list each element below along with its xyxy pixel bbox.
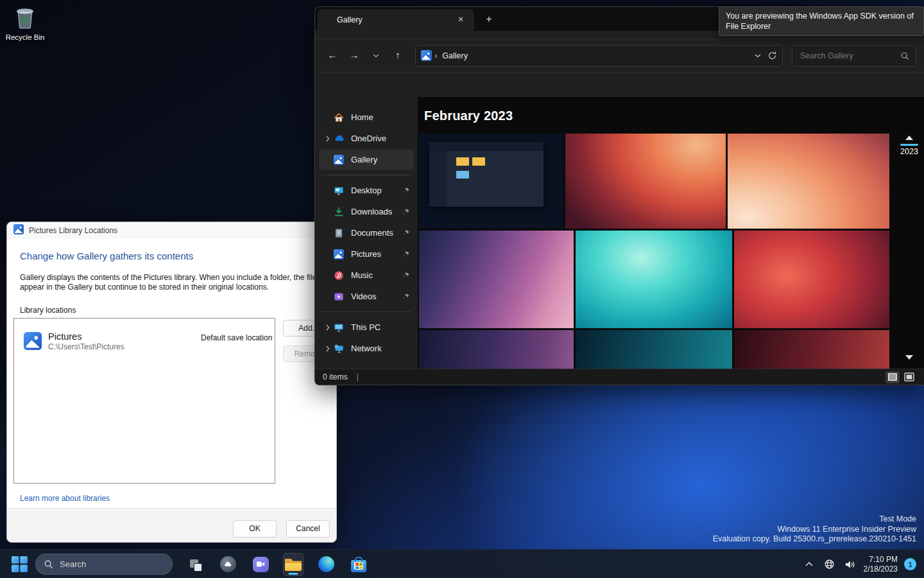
start-button[interactable]: [12, 556, 28, 572]
dialog-description: Gallery displays the contents of the Pic…: [20, 273, 321, 292]
file-explorer-window: Gallery × + New So: [314, 6, 924, 385]
build-watermark: Test Mode Windows 11 Enterprise Insider …: [713, 514, 916, 545]
file-explorer-button[interactable]: [283, 553, 304, 576]
sidebar-divider: [321, 175, 411, 175]
widgets-button[interactable]: [218, 553, 238, 576]
chevron-right-icon[interactable]: [323, 324, 333, 331]
sidebar-item-desktop[interactable]: Desktop: [319, 180, 414, 200]
dialog-heading: Change how Gallery gathers its contents: [20, 250, 193, 261]
task-view-icon: [187, 557, 203, 572]
status-bar: 0 items |: [315, 369, 924, 385]
navigation-pane: Home OneDrive Gallery Desktop: [315, 97, 418, 369]
edge-icon: [318, 556, 334, 572]
photo-thumbnail[interactable]: [728, 134, 889, 229]
pictures-library-locations-dialog: Pictures Library Locations Change how Ga…: [6, 222, 337, 543]
chevron-right-icon[interactable]: [323, 136, 333, 142]
clock[interactable]: 7:10 PM 2/18/2023: [864, 555, 898, 574]
sidebar-item-music[interactable]: Music: [319, 265, 414, 285]
breadcrumb-gallery[interactable]: Gallery: [442, 51, 468, 60]
list-item[interactable]: Pictures C:\Users\Test\Pictures Default …: [15, 325, 274, 357]
chat-icon: [253, 557, 269, 572]
photo-thumbnail[interactable]: [576, 330, 732, 369]
speaker-icon: [844, 560, 856, 569]
sidebar-item-label: Music: [351, 270, 373, 280]
sidebar-item-label: Network: [351, 344, 382, 353]
sidebar-item-pictures[interactable]: Pictures: [319, 244, 414, 264]
time-label: 7:10 PM: [864, 555, 898, 565]
scroll-year-label: 2023: [900, 147, 919, 156]
hidden-icons-button[interactable]: [802, 557, 816, 572]
details-view-toggle[interactable]: [886, 371, 900, 383]
recycle-bin[interactable]: Recycle Bin: [4, 5, 46, 41]
screenshot-mini-window: [429, 142, 543, 207]
recent-locations-button[interactable]: [366, 46, 386, 66]
photo-thumbnail[interactable]: [419, 231, 574, 328]
chevron-right-icon[interactable]: [323, 346, 333, 352]
recycle-bin-label: Recycle Bin: [4, 33, 46, 41]
sidebar-item-documents[interactable]: Documents: [319, 223, 414, 243]
address-bar[interactable]: › Gallery: [415, 45, 783, 67]
sidebar-item-home[interactable]: Home: [319, 107, 414, 127]
scroll-down-icon[interactable]: [905, 355, 913, 360]
gallery-content: February 2023 2023: [418, 97, 924, 369]
photo-thumbnail[interactable]: [734, 330, 889, 369]
address-dropdown-icon[interactable]: [755, 54, 761, 58]
learn-more-link[interactable]: Learn more about libraries: [20, 494, 110, 503]
build-line: Evaluation copy. Build 25300.rs_prerelea…: [713, 534, 916, 545]
taskbar-search[interactable]: Search: [35, 554, 173, 575]
library-locations-list[interactable]: Pictures C:\Users\Test\Pictures Default …: [13, 318, 275, 484]
gallery-icon: [421, 50, 432, 61]
task-view-button[interactable]: [185, 553, 205, 576]
sidebar-item-network[interactable]: Network: [319, 338, 414, 358]
pictures-icon: [13, 224, 24, 237]
network-tray-icon[interactable]: [823, 557, 837, 572]
timeline-scrollbar[interactable]: 2023: [900, 136, 919, 362]
close-tab-icon[interactable]: ×: [454, 13, 468, 27]
pin-icon: [402, 272, 410, 279]
thumbnail-view-toggle[interactable]: [902, 371, 916, 383]
pin-icon: [402, 293, 410, 301]
new-tab-button[interactable]: +: [481, 12, 497, 28]
back-button[interactable]: ←: [323, 46, 342, 66]
photo-thumbnail[interactable]: [734, 231, 889, 328]
chevron-down-icon: [373, 54, 379, 58]
sidebar-item-gallery[interactable]: Gallery: [319, 150, 414, 170]
edge-button[interactable]: [316, 553, 336, 576]
volume-tray-icon[interactable]: [843, 557, 857, 572]
store-button[interactable]: [348, 553, 369, 576]
dialog-title: Pictures Library Locations: [29, 226, 117, 235]
search-box[interactable]: [792, 45, 916, 67]
sidebar-item-label: OneDrive: [351, 134, 386, 143]
sidebar-item-label: Desktop: [351, 186, 382, 195]
photo-thumbnail[interactable]: [419, 330, 574, 369]
forward-button[interactable]: →: [345, 46, 364, 66]
sidebar-item-onedrive[interactable]: OneDrive: [319, 128, 414, 148]
sidebar-item-downloads[interactable]: Downloads: [319, 202, 414, 222]
photo-thumbnail[interactable]: [565, 134, 726, 229]
pin-icon: [402, 250, 410, 258]
home-icon: [333, 112, 345, 123]
dialog-titlebar[interactable]: Pictures Library Locations: [7, 222, 336, 239]
globe-icon: [824, 559, 835, 570]
photo-thumbnail[interactable]: [576, 231, 732, 328]
notification-badge[interactable]: 1: [904, 558, 916, 570]
scroll-up-icon[interactable]: [905, 136, 913, 140]
build-line: Test Mode: [713, 514, 916, 525]
documents-icon: [333, 228, 345, 238]
build-line: Windows 11 Enterprise Insider Preview: [713, 525, 916, 535]
search-input[interactable]: [799, 51, 900, 61]
refresh-icon[interactable]: [767, 51, 777, 60]
sidebar-item-videos[interactable]: Videos: [319, 286, 414, 306]
sidebar-item-label: Home: [351, 112, 373, 122]
up-button[interactable]: ↑: [388, 46, 407, 66]
chat-button[interactable]: [250, 553, 271, 576]
sidebar-item-this-pc[interactable]: This PC: [319, 317, 414, 337]
ok-button[interactable]: OK: [233, 520, 277, 538]
onedrive-cloud-icon: [333, 133, 345, 144]
photo-thumbnail[interactable]: [419, 134, 563, 229]
this-pc-icon: [333, 322, 345, 333]
cancel-button[interactable]: Cancel: [286, 520, 330, 538]
location-name: Pictures: [48, 331, 124, 342]
tab-gallery[interactable]: Gallery ×: [318, 9, 474, 31]
chevron-up-icon: [805, 562, 813, 566]
